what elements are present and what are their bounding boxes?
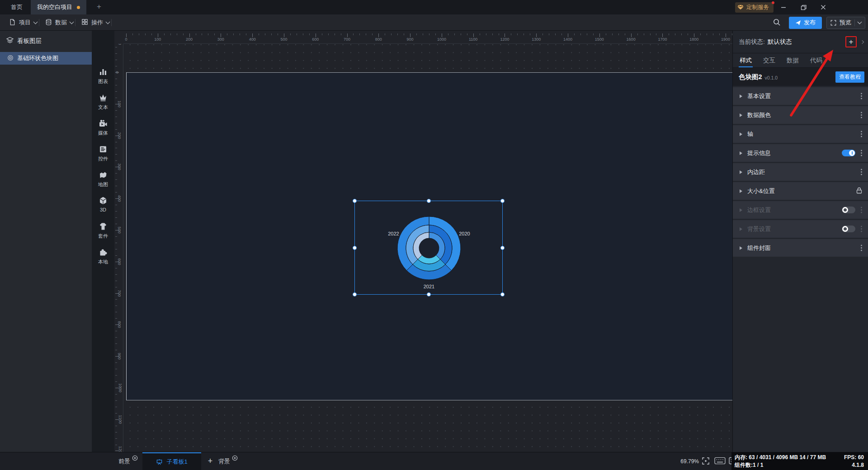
sidebar-item-控件[interactable]: 控件 [92, 144, 114, 162]
resize-handle-nw[interactable] [353, 199, 357, 203]
fit-to-screen-icon[interactable] [702, 457, 710, 465]
kit-icon [92, 221, 114, 231]
section-基本设置[interactable]: 基本设置 [733, 87, 868, 105]
file-icon [9, 19, 16, 27]
section-组件封面[interactable]: 组件封面 [733, 239, 868, 257]
title-bar: 首页我的空白项目 + 定制服务 [0, 0, 868, 14]
inspector-tabs: 样式交互数据代码 [733, 53, 868, 68]
sidebar-item-本地[interactable]: 本地 [92, 247, 114, 265]
minimize-button[interactable] [776, 0, 791, 14]
asset-sidebar: 图表文本媒体控件地图3D套件本地 [92, 31, 114, 452]
kebab-menu-icon[interactable] [861, 171, 862, 173]
background-layer-button[interactable]: 背景 [218, 452, 238, 470]
canvas[interactable]: 0100200300400500600700800900100011001200… [114, 31, 732, 452]
add-foreground-icon[interactable] [132, 455, 138, 462]
toggle-边框设置[interactable] [842, 207, 855, 213]
grid-icon [81, 19, 88, 27]
layer-item-0[interactable]: 基础环状色块图 [0, 52, 92, 65]
section-背景设置[interactable]: 背景设置 [733, 220, 868, 238]
unsaved-changes-dot [77, 6, 80, 9]
add-board-button[interactable]: + [203, 452, 217, 470]
lock-icon[interactable] [856, 187, 862, 195]
resize-handle-s[interactable] [427, 292, 431, 296]
chevron-down-icon [33, 19, 38, 24]
close-window-button[interactable] [816, 0, 831, 14]
resize-handle-ne[interactable] [500, 199, 505, 203]
nested-donut-chart[interactable]: 202020212022 [355, 201, 502, 294]
section-数据颜色[interactable]: 数据颜色 [733, 106, 868, 124]
app-version: 4.1.8 [852, 461, 864, 469]
zoom-percent-readout: 69.79% [672, 452, 699, 470]
project-tab-1[interactable]: 我的空白项目 [31, 0, 86, 14]
horizontal-ruler: 0100200300400500600700800900100011001200… [114, 31, 732, 44]
caret-right-icon [740, 189, 742, 193]
section-大小&位置[interactable]: 大小&位置 [733, 182, 868, 200]
inspector-tab-2[interactable]: 数据 [787, 53, 799, 67]
inspector-panel: 当前状态: 默认状态 + 样式交互数据代码 色块图2 v0.1.0 查看教程 基… [732, 31, 868, 452]
paper-plane-icon [795, 20, 801, 26]
foreground-layer-button[interactable]: 前景 [118, 452, 138, 470]
sidebar-item-媒体[interactable]: 媒体 [92, 118, 114, 136]
kebab-menu-icon[interactable] [861, 95, 862, 97]
restore-window-button[interactable] [796, 0, 811, 14]
chevron-down-icon [70, 19, 74, 24]
kebab-menu-icon[interactable] [861, 209, 862, 211]
inspector-tab-3[interactable]: 代码 [810, 53, 822, 67]
resize-handle-sw[interactable] [353, 292, 357, 296]
sidebar-item-套件[interactable]: 套件 [92, 221, 114, 240]
custom-service-button[interactable]: 定制服务 [735, 2, 774, 13]
inspector-tab-0[interactable]: 样式 [740, 53, 752, 67]
caret-right-icon [740, 170, 742, 174]
new-project-tab-button[interactable]: + [93, 0, 105, 14]
sub-board-tab[interactable]: 子看板1 [142, 452, 201, 470]
menu-1[interactable]: 数据 [40, 14, 79, 31]
view-tutorial-button[interactable]: 查看教程 [835, 71, 864, 83]
widget-icon [92, 144, 114, 154]
section-内边距[interactable]: 内边距 [733, 163, 868, 181]
kebab-menu-icon[interactable] [861, 114, 862, 116]
add-state-button[interactable]: + [845, 36, 857, 47]
gem-icon [737, 4, 744, 12]
resize-handle-e[interactable] [500, 246, 505, 250]
selected-component-ring-chart[interactable]: 202020212022 [354, 201, 503, 295]
preview-button[interactable]: 预览 [826, 17, 865, 29]
resize-handle-n[interactable] [427, 199, 431, 203]
add-background-icon[interactable] [232, 455, 238, 462]
sidebar-item-文本[interactable]: 文本 [92, 93, 114, 111]
svg-text:2022: 2022 [388, 231, 399, 236]
caret-right-icon [740, 132, 742, 136]
shortcut-keyboard-icon[interactable] [714, 457, 726, 465]
toggle-提示信息[interactable] [842, 150, 855, 156]
layers-panel: 看板图层 基础环状色块图 [0, 31, 92, 452]
component-version: v0.1.0 [765, 75, 778, 80]
chevron-down-icon [106, 19, 110, 24]
section-边框设置[interactable]: 边框设置 [733, 201, 868, 219]
menu-0[interactable]: 项目 [4, 14, 42, 31]
resize-handle-se[interactable] [500, 292, 505, 296]
caret-right-icon [740, 208, 742, 212]
resize-handle-w[interactable] [353, 246, 357, 250]
sidebar-item-3D[interactable]: 3D [92, 196, 114, 212]
sidebar-item-图表[interactable]: 图表 [92, 67, 114, 85]
caret-right-icon [740, 246, 742, 250]
section-轴[interactable]: 轴 [733, 125, 868, 143]
project-tab-0[interactable]: 首页 [5, 0, 29, 14]
menu-2[interactable]: 操作 [76, 14, 115, 31]
search-icon[interactable] [773, 18, 781, 28]
kebab-menu-icon[interactable] [861, 247, 862, 249]
database-icon [45, 19, 52, 27]
layers-icon [6, 37, 14, 45]
kebab-menu-icon[interactable] [861, 152, 862, 154]
fullscreen-icon [830, 20, 836, 26]
kebab-menu-icon[interactable] [861, 228, 862, 230]
kebab-menu-icon[interactable] [861, 133, 862, 135]
caret-right-icon [740, 227, 742, 231]
toggle-背景设置[interactable] [842, 226, 855, 232]
style-sections: 基本设置数据颜色轴提示信息内边距大小&位置边框设置背景设置组件封面 [733, 87, 868, 257]
memory-readout: 内存: 63 / 4031 / 4096 MB 14 / 77 MB [735, 454, 826, 461]
sidebar-item-地图[interactable]: 地图 [92, 170, 114, 188]
chevron-right-icon[interactable] [860, 40, 864, 43]
section-提示信息[interactable]: 提示信息 [733, 144, 868, 162]
inspector-tab-1[interactable]: 交互 [763, 53, 775, 67]
publish-button[interactable]: 发布 [789, 17, 822, 29]
